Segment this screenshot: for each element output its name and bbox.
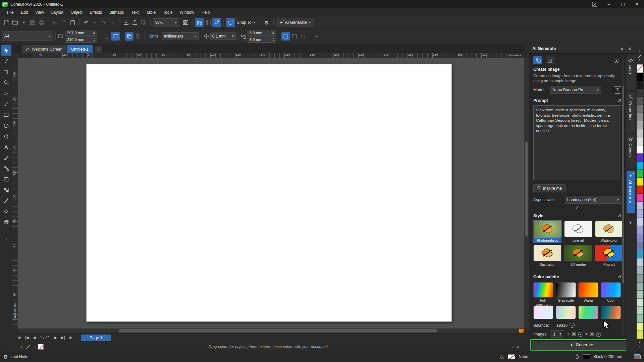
display-settings-icon[interactable] bbox=[634, 354, 641, 359]
page-height-field[interactable]: 210.0 mm bbox=[65, 37, 97, 43]
snap-off-toggle[interactable] bbox=[299, 32, 308, 41]
eyedropper-tool[interactable] bbox=[1, 195, 11, 206]
menu-item[interactable]: Text bbox=[127, 9, 142, 16]
show-rulers-toggle[interactable] bbox=[195, 18, 204, 27]
color-palette-reset-icon[interactable]: ↺ bbox=[617, 274, 621, 280]
import-icon[interactable] bbox=[122, 18, 130, 27]
style-reset-icon[interactable]: ↺ bbox=[617, 213, 621, 219]
maximize-button[interactable]: ▢ bbox=[616, 0, 630, 8]
fullscreen-preview-icon[interactable] bbox=[181, 18, 190, 27]
ai-panel-scrollbar[interactable] bbox=[622, 56, 624, 337]
palette-pastel-1[interactable] bbox=[533, 306, 553, 319]
treat-as-filled-toggle[interactable] bbox=[281, 32, 290, 41]
account-icon[interactable] bbox=[588, 0, 602, 8]
redo-dropdown-caret[interactable] bbox=[108, 18, 117, 27]
cut-icon[interactable]: ✂ bbox=[51, 18, 59, 27]
color-swatch[interactable] bbox=[637, 162, 643, 170]
no-color-swatch[interactable] bbox=[38, 344, 44, 350]
color-swatch[interactable] bbox=[637, 113, 643, 121]
mesh-fill-tool[interactable] bbox=[1, 185, 11, 195]
color-swatch[interactable] bbox=[637, 226, 643, 234]
next-page-icon[interactable]: ▶ bbox=[53, 336, 59, 340]
menu-item[interactable]: View bbox=[32, 9, 48, 16]
last-page-icon[interactable]: ▶| bbox=[60, 336, 66, 340]
color-swatch[interactable] bbox=[637, 89, 643, 97]
show-bounding-box-toggle[interactable] bbox=[290, 32, 299, 41]
add-page-before-icon[interactable]: ⊕ bbox=[16, 336, 22, 340]
menu-item[interactable]: Effects bbox=[86, 9, 106, 16]
palette-scroll-up-icon[interactable]: ∧ bbox=[638, 58, 641, 63]
menu-item[interactable]: Layout bbox=[48, 9, 67, 16]
snap-toggle[interactable] bbox=[226, 18, 235, 27]
document-navigator-icon[interactable] bbox=[519, 329, 524, 333]
images-count-stepper[interactable] bbox=[551, 330, 563, 338]
aspect-ratio-select[interactable]: Landscape (5:4) bbox=[565, 196, 621, 204]
add-tool-button[interactable]: + bbox=[1, 234, 11, 244]
text-tool[interactable]: A bbox=[1, 142, 11, 152]
palette-expand-strip-icon[interactable]: » bbox=[639, 345, 641, 350]
menu-item[interactable]: Object bbox=[67, 9, 86, 16]
model-select[interactable]: Nano Banana Pro bbox=[550, 86, 601, 94]
color-swatch[interactable] bbox=[637, 73, 643, 81]
show-guidelines-toggle[interactable] bbox=[212, 18, 221, 27]
tab-welcome-screen[interactable]: Welcome Screen bbox=[22, 45, 66, 53]
zoom-tool[interactable] bbox=[1, 77, 11, 88]
color-swatch[interactable] bbox=[637, 97, 643, 105]
menu-item[interactable]: Tools bbox=[159, 9, 176, 16]
shadow-tool[interactable] bbox=[1, 217, 11, 227]
model-help-button[interactable]: ? bbox=[614, 86, 621, 94]
horizontal-scrollbar-thumb[interactable] bbox=[119, 329, 437, 333]
style-watercolor[interactable]: Watercolor bbox=[595, 221, 623, 243]
portrait-orientation-button[interactable] bbox=[102, 32, 111, 41]
color-swatch[interactable] bbox=[637, 178, 643, 186]
duplicate-x-field[interactable]: 5.0 mm bbox=[248, 30, 276, 36]
first-page-icon[interactable]: |◀ bbox=[24, 336, 30, 340]
drawing-canvas[interactable] bbox=[18, 58, 524, 328]
print-icon[interactable] bbox=[37, 18, 46, 27]
open-folder-icon[interactable] bbox=[11, 18, 19, 27]
livesketch-tool[interactable] bbox=[1, 88, 11, 99]
close-panel-icon[interactable]: ✕ bbox=[628, 46, 632, 51]
polygon-tool[interactable] bbox=[1, 131, 11, 141]
info-icon[interactable]: i bbox=[614, 58, 619, 63]
tab-untitled-1[interactable]: Untitled-1 bbox=[67, 45, 92, 53]
docker-tab-objects[interactable]: Objects bbox=[627, 135, 635, 168]
images-count-input[interactable] bbox=[551, 332, 558, 337]
open-dropdown-caret[interactable] bbox=[19, 18, 28, 27]
minimize-button[interactable]: – bbox=[602, 0, 616, 8]
color-swatch[interactable] bbox=[637, 81, 643, 89]
palette-full-spectrum[interactable]: Full-spectrum bbox=[533, 282, 553, 306]
palette-strip-eyedropper-icon[interactable] bbox=[638, 54, 642, 58]
color-swatch[interactable] bbox=[637, 258, 643, 266]
color-swatch[interactable] bbox=[637, 105, 643, 113]
color-swatch[interactable] bbox=[637, 234, 643, 242]
ellipse-tool[interactable] bbox=[1, 120, 11, 131]
crop-tool[interactable] bbox=[1, 67, 11, 77]
palette-pastel-3[interactable] bbox=[578, 306, 598, 319]
menu-item[interactable]: Window bbox=[176, 9, 198, 16]
add-docker-button[interactable]: + bbox=[629, 220, 632, 226]
color-swatch[interactable] bbox=[637, 186, 643, 194]
palette-eyedropper-icon[interactable] bbox=[26, 344, 31, 349]
docker-tab-properties[interactable]: Properties bbox=[627, 92, 635, 132]
customize-toolbar-add-button[interactable]: + bbox=[313, 32, 321, 41]
palette-strip-chevron-icon[interactable]: › bbox=[639, 49, 640, 54]
new-document-icon[interactable] bbox=[2, 18, 11, 27]
color-swatch[interactable] bbox=[637, 145, 643, 154]
copy-icon[interactable] bbox=[59, 18, 68, 27]
image-to-image-mode-button[interactable] bbox=[546, 56, 555, 64]
palette-warm[interactable]: Warm bbox=[578, 282, 598, 306]
paste-icon[interactable] bbox=[68, 18, 77, 27]
page-preset-select[interactable]: A4 bbox=[2, 32, 53, 41]
palette-sunset[interactable] bbox=[601, 306, 621, 319]
close-button[interactable]: ✕ bbox=[630, 0, 644, 8]
color-swatch[interactable] bbox=[637, 323, 643, 331]
palette-cool[interactable]: Cool bbox=[601, 282, 621, 306]
page-width-field[interactable]: 297.0 mm bbox=[65, 30, 97, 36]
pen-tool[interactable] bbox=[1, 153, 11, 163]
color-swatch[interactable] bbox=[637, 315, 643, 323]
add-page-after-icon[interactable]: ⊕ bbox=[67, 336, 73, 340]
style-3d-render[interactable]: 3D render bbox=[564, 245, 592, 267]
style-photorealistic[interactable]: Photorealistic bbox=[533, 221, 561, 243]
prompt-textarea[interactable]: View from inside a spacious, multi-story… bbox=[533, 105, 621, 180]
